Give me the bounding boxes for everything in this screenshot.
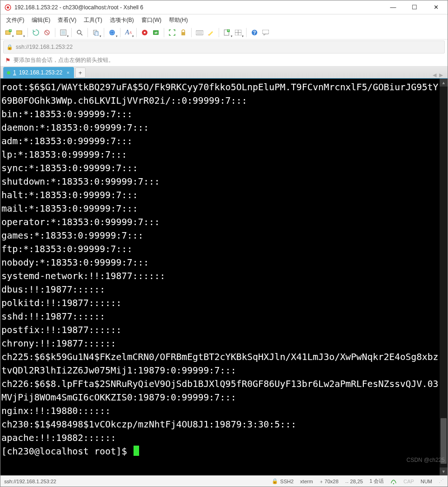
menu-edit[interactable]: 编辑(E) [28,15,54,25]
scroll-track[interactable] [440,87,448,467]
keyboard-button[interactable] [194,27,205,38]
svg-point-1 [7,6,9,8]
toolbar-separator [104,28,104,37]
feedback-button[interactable] [261,27,271,38]
status-address: ssh://192.168.1.253:22 [4,479,265,484]
layout-button[interactable] [233,27,243,38]
session-tab[interactable]: 1 192.168.1.253:22 × [3,67,74,78]
help-button[interactable]: ? [249,27,260,38]
tab-close-icon[interactable]: × [65,70,71,75]
font-button[interactable]: AA [123,27,134,38]
app-icon [4,4,12,11]
disconnect-button[interactable] [42,27,52,38]
flag-icon[interactable]: ⚑ [5,57,11,64]
copy-paste-button[interactable] [91,27,101,38]
toolbar-separator [164,28,164,37]
address-text: ssh://192.168.1.253:22 [16,44,441,50]
tab-add-button[interactable]: + [75,67,86,78]
tab-next-icon[interactable]: ▶ [439,72,443,78]
status-cap: CAP [403,479,414,484]
watermark: CSDN @ch225 [407,457,445,463]
menu-file[interactable]: 文件(F) [2,15,28,25]
open-button[interactable] [14,27,25,38]
tab-nav: ◀ ▶ [433,72,445,78]
status-size: ⍆70x28 [320,479,339,484]
tab-strip: 1 192.168.1.253:22 × + ◀ ▶ [0,67,448,79]
status-bar: ssh://192.168.1.253:22 🔒SSH2 xterm ⍆70x2… [0,475,448,487]
scroll-up-icon[interactable]: ▲ [440,79,448,87]
menu-bar: 文件(F) 编辑(E) 查看(V) 工具(T) 选项卡(B) 窗口(W) 帮助(… [0,14,448,26]
svg-text:+: + [9,29,11,32]
maximize-button[interactable]: ☐ [404,0,425,14]
status-conn-icon [390,479,397,484]
svg-rect-15 [95,32,98,36]
properties-button[interactable] [58,27,68,38]
xftp-button[interactable]: ⇄ [151,27,161,38]
scroll-down-icon[interactable]: ▼ [440,467,448,475]
fullscreen-button[interactable] [167,27,177,38]
lock-button[interactable] [178,27,188,38]
new-session-button[interactable]: + [3,27,13,38]
terminal-area: root:$6$G1/WAYtkBQ297uFA$5O/Fk9RKCyy70fk… [0,79,448,475]
search-button[interactable] [74,27,85,38]
status-dot-icon [7,71,10,74]
xshell-button[interactable] [140,27,150,38]
status-num: NUM [421,479,432,484]
svg-rect-35 [262,30,269,34]
svg-point-16 [109,30,115,35]
status-ssh: 🔒SSH2 [272,478,294,484]
svg-rect-24 [196,31,203,35]
svg-point-20 [144,32,146,33]
toolbar-separator [136,28,137,37]
svg-text:⇄: ⇄ [154,31,158,35]
minimize-button[interactable]: — [382,0,404,14]
info-bar: ⚑ 要添加当前会话，点击左侧的箭头按钮。 [0,54,448,67]
svg-line-13 [80,33,82,35]
toolbar: + AA ⇄ + ? [0,26,448,40]
toolbar-separator [71,28,72,37]
toolbar-separator [191,28,192,37]
status-sessions: 1 会话 [369,478,384,485]
status-resize-icon[interactable]: ⋰ [439,478,444,484]
menu-tabs[interactable]: 选项卡(B) [106,15,138,25]
menu-window[interactable]: 窗口(W) [138,15,165,25]
menu-view[interactable]: 查看(V) [54,15,80,25]
highlight-button[interactable] [206,27,216,38]
svg-point-12 [77,30,81,34]
menu-tools[interactable]: 工具(T) [80,15,106,25]
svg-text:?: ? [253,30,256,35]
reconnect-button[interactable] [31,27,41,38]
info-text: 要添加当前会话，点击左侧的箭头按钮。 [13,56,114,64]
toolbar-separator [87,28,88,37]
globe-button[interactable] [107,27,117,38]
lock-icon: 🔒 [7,44,13,50]
title-bar: 192.168.1.253:22 - ch230@localhost:/root… [0,0,448,14]
tab-label: 192.168.1.253:22 [19,69,62,76]
compose-button[interactable]: + [222,27,232,38]
scrollbar[interactable]: ▲ ▼ [440,79,448,475]
window-controls: — ☐ ✕ [382,0,447,14]
svg-rect-23 [181,32,185,35]
toolbar-separator [27,28,28,37]
tab-number: 1 [13,69,16,76]
toolbar-separator [55,28,55,37]
address-bar[interactable]: 🔒 ssh://192.168.1.253:22 [3,40,445,53]
status-pos: ‥28,25 [345,478,363,484]
tab-prev-icon[interactable]: ◀ [433,72,436,78]
svg-line-7 [46,31,48,34]
toolbar-separator [246,28,247,37]
menu-help[interactable]: 帮助(H) [165,15,192,25]
svg-rect-5 [16,31,22,34]
terminal[interactable]: root:$6$G1/WAYtkBQ297uFA$5O/Fk9RKCyy70fk… [0,79,440,475]
svg-text:+: + [227,29,229,32]
status-term: xterm [300,479,313,484]
close-button[interactable]: ✕ [425,0,447,14]
window-title: 192.168.1.253:22 - ch230@localhost:/root… [14,4,382,11]
toolbar-separator [219,28,219,37]
svg-point-36 [393,483,394,484]
toolbar-separator [120,28,120,37]
